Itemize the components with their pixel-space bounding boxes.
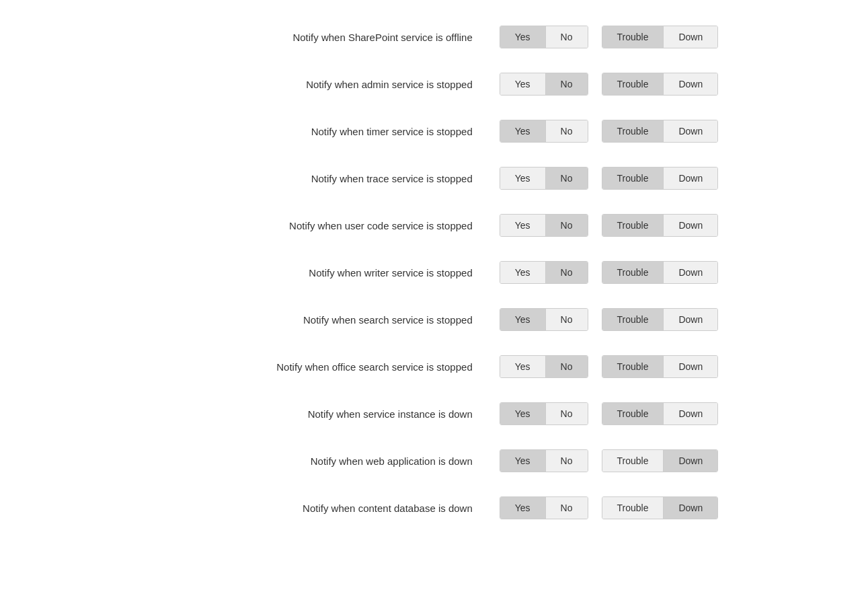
trouble-button-search-stopped[interactable]: Trouble [602, 309, 664, 330]
no-button-search-stopped[interactable]: No [546, 309, 588, 330]
down-button-officesearch-stopped[interactable]: Down [664, 356, 717, 377]
down-button-sharepoint-offline[interactable]: Down [664, 26, 717, 48]
notification-row: Notify when web application is downYesNo… [27, 437, 841, 484]
no-button-writer-stopped[interactable]: No [546, 262, 588, 283]
no-button-contentdb-down[interactable]: No [546, 497, 588, 519]
notification-row: Notify when timer service is stoppedYesN… [27, 108, 841, 155]
trouble-button-writer-stopped[interactable]: Trouble [602, 262, 664, 283]
row-label-serviceinstance-down: Notify when service instance is down [150, 408, 486, 420]
no-button-usercode-stopped[interactable]: No [546, 215, 588, 236]
trouble-button-serviceinstance-down[interactable]: Trouble [602, 403, 664, 424]
trouble-down-group-officesearch-stopped: TroubleDown [602, 355, 719, 378]
trouble-button-usercode-stopped[interactable]: Trouble [602, 215, 664, 236]
trouble-down-group-admin-stopped: TroubleDown [602, 73, 719, 96]
trouble-button-admin-stopped[interactable]: Trouble [602, 73, 664, 95]
yes-no-group-usercode-stopped: YesNo [500, 214, 588, 237]
yes-button-writer-stopped[interactable]: Yes [500, 262, 546, 283]
yes-button-trace-stopped[interactable]: Yes [500, 168, 546, 189]
trouble-down-group-webapp-down: TroubleDown [602, 449, 719, 472]
yes-button-contentdb-down[interactable]: Yes [500, 497, 546, 519]
row-label-webapp-down: Notify when web application is down [150, 455, 486, 467]
trouble-down-group-timer-stopped: TroubleDown [602, 120, 719, 143]
row-label-admin-stopped: Notify when admin service is stopped [150, 79, 486, 90]
notification-row: Notify when admin service is stoppedYesN… [27, 61, 841, 108]
no-button-sharepoint-offline[interactable]: No [546, 26, 588, 48]
trouble-button-officesearch-stopped[interactable]: Trouble [602, 356, 664, 377]
notification-row: Notify when writer service is stoppedYes… [27, 249, 841, 296]
row-label-writer-stopped: Notify when writer service is stopped [150, 267, 486, 279]
no-button-officesearch-stopped[interactable]: No [546, 356, 588, 377]
notification-row: Notify when user code service is stopped… [27, 202, 841, 249]
notification-row: Notify when content database is downYesN… [27, 484, 841, 531]
yes-no-group-trace-stopped: YesNo [500, 167, 588, 190]
notification-row: Notify when office search service is sto… [27, 343, 841, 390]
row-label-trace-stopped: Notify when trace service is stopped [150, 173, 486, 184]
trouble-down-group-serviceinstance-down: TroubleDown [602, 402, 719, 425]
yes-button-admin-stopped[interactable]: Yes [500, 73, 546, 95]
trouble-button-timer-stopped[interactable]: Trouble [602, 120, 664, 142]
row-label-contentdb-down: Notify when content database is down [150, 503, 486, 514]
no-button-trace-stopped[interactable]: No [546, 168, 588, 189]
trouble-down-group-writer-stopped: TroubleDown [602, 261, 719, 284]
yes-no-group-officesearch-stopped: YesNo [500, 355, 588, 378]
row-label-usercode-stopped: Notify when user code service is stopped [150, 220, 486, 231]
trouble-down-group-usercode-stopped: TroubleDown [602, 214, 719, 237]
trouble-button-trace-stopped[interactable]: Trouble [602, 168, 664, 189]
notification-row: Notify when service instance is downYesN… [27, 390, 841, 437]
row-label-timer-stopped: Notify when timer service is stopped [150, 126, 486, 137]
trouble-button-sharepoint-offline[interactable]: Trouble [602, 26, 664, 48]
yes-button-officesearch-stopped[interactable]: Yes [500, 356, 546, 377]
down-button-usercode-stopped[interactable]: Down [664, 215, 717, 236]
yes-no-group-writer-stopped: YesNo [500, 261, 588, 284]
no-button-serviceinstance-down[interactable]: No [546, 403, 588, 424]
yes-button-sharepoint-offline[interactable]: Yes [500, 26, 546, 48]
down-button-writer-stopped[interactable]: Down [664, 262, 717, 283]
down-button-admin-stopped[interactable]: Down [664, 73, 717, 95]
yes-button-usercode-stopped[interactable]: Yes [500, 215, 546, 236]
main-container: Notify when SharePoint service is offlin… [0, 0, 868, 545]
trouble-button-contentdb-down[interactable]: Trouble [602, 497, 664, 519]
no-button-webapp-down[interactable]: No [546, 450, 588, 472]
notification-row: Notify when search service is stoppedYes… [27, 296, 841, 343]
down-button-search-stopped[interactable]: Down [664, 309, 717, 330]
yes-button-webapp-down[interactable]: Yes [500, 450, 546, 472]
down-button-serviceinstance-down[interactable]: Down [664, 403, 717, 424]
down-button-timer-stopped[interactable]: Down [664, 120, 717, 142]
yes-no-group-search-stopped: YesNo [500, 308, 588, 331]
trouble-down-group-sharepoint-offline: TroubleDown [602, 26, 719, 48]
no-button-timer-stopped[interactable]: No [546, 120, 588, 142]
down-button-webapp-down[interactable]: Down [664, 450, 717, 472]
trouble-down-group-trace-stopped: TroubleDown [602, 167, 719, 190]
down-button-trace-stopped[interactable]: Down [664, 168, 717, 189]
yes-button-search-stopped[interactable]: Yes [500, 309, 546, 330]
trouble-button-webapp-down[interactable]: Trouble [602, 450, 664, 472]
yes-button-timer-stopped[interactable]: Yes [500, 120, 546, 142]
yes-no-group-contentdb-down: YesNo [500, 496, 588, 519]
row-label-sharepoint-offline: Notify when SharePoint service is offlin… [150, 32, 486, 43]
trouble-down-group-search-stopped: TroubleDown [602, 308, 719, 331]
yes-no-group-sharepoint-offline: YesNo [500, 26, 588, 48]
yes-no-group-serviceinstance-down: YesNo [500, 402, 588, 425]
yes-button-serviceinstance-down[interactable]: Yes [500, 403, 546, 424]
row-label-officesearch-stopped: Notify when office search service is sto… [150, 361, 486, 373]
down-button-contentdb-down[interactable]: Down [664, 497, 717, 519]
yes-no-group-timer-stopped: YesNo [500, 120, 588, 143]
rows-container: Notify when SharePoint service is offlin… [27, 13, 841, 531]
no-button-admin-stopped[interactable]: No [546, 73, 588, 95]
notification-row: Notify when trace service is stoppedYesN… [27, 155, 841, 202]
notification-row: Notify when SharePoint service is offlin… [27, 13, 841, 61]
row-label-search-stopped: Notify when search service is stopped [150, 314, 486, 326]
yes-no-group-admin-stopped: YesNo [500, 73, 588, 96]
trouble-down-group-contentdb-down: TroubleDown [602, 496, 719, 519]
yes-no-group-webapp-down: YesNo [500, 449, 588, 472]
